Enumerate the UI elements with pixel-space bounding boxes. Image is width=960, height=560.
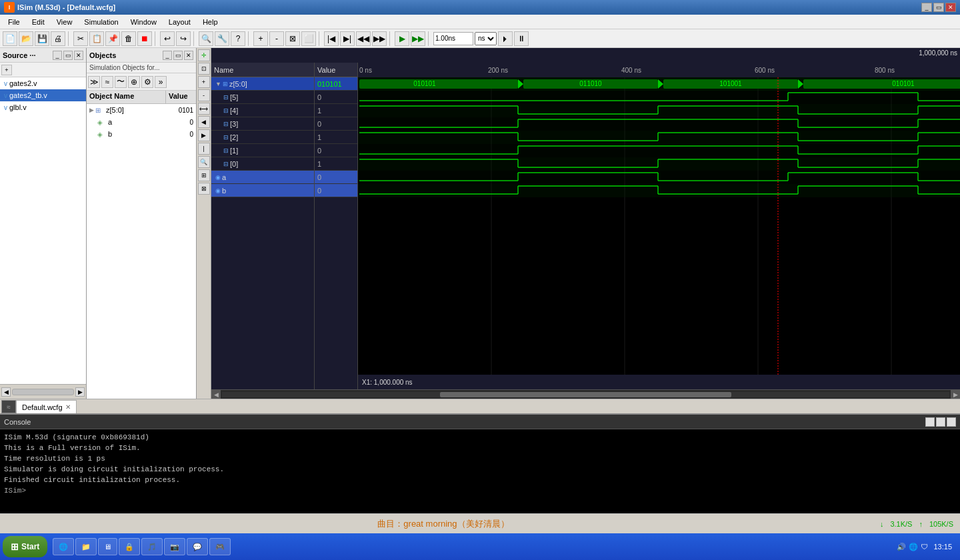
obj-more-button[interactable]: » — [155, 76, 167, 88]
taskbar-item-3[interactable]: 🖥 — [98, 538, 117, 555]
obj-panel-close[interactable]: ✕ — [184, 51, 193, 60]
redo-button[interactable]: ↪ — [176, 31, 191, 46]
paste-button[interactable]: 📌 — [105, 31, 120, 46]
taskbar-item-2[interactable]: 📁 — [75, 538, 97, 555]
zoom-full-button[interactable]: ⊠ — [285, 31, 300, 46]
source-item-gates2[interactable]: v gates2.v — [0, 77, 86, 89]
obj-item-b[interactable]: ◈ b 0 — [87, 128, 196, 140]
wave-canvas[interactable]: 0 ns 200 ns 400 ns 600 ns 800 ns — [358, 63, 960, 389]
menu-help[interactable]: Help — [197, 15, 223, 29]
time-unit-select[interactable]: ns ps us — [475, 32, 497, 45]
source-panel-minimize[interactable]: _ — [53, 51, 62, 60]
menu-simulation[interactable]: Simulation — [79, 15, 123, 29]
tray-icon-3[interactable]: 🛡 — [921, 543, 928, 551]
zoom-in-button[interactable]: + — [253, 31, 268, 46]
prev-edge-button[interactable]: ◀ — [198, 116, 210, 128]
menu-file[interactable]: File — [3, 15, 25, 29]
zoom-region-button[interactable]: ⊡ — [198, 63, 210, 75]
zoom-in-btn[interactable]: + — [198, 76, 210, 88]
obj-item-a[interactable]: ◈ a 0 — [87, 116, 196, 128]
wave-hscroll[interactable]: ◀ ▶ — [211, 389, 960, 399]
obj-add-wave-button[interactable]: ≫ — [88, 76, 100, 88]
source-panel-restore[interactable]: ▭ — [63, 51, 73, 60]
sim-run-button[interactable]: ⏵ — [498, 31, 513, 46]
undo-button[interactable]: ↩ — [160, 31, 175, 46]
tab-close-wcfg[interactable]: ✕ — [65, 403, 71, 411]
obj-item-z[interactable]: ▶ ⊞ z[5:0] 0101 — [87, 104, 196, 116]
zoom-out-button[interactable]: - — [269, 31, 284, 46]
measure-button[interactable]: ⟷ — [198, 103, 210, 115]
taskbar-item-1[interactable]: 🌐 — [53, 538, 74, 555]
obj-signal-button[interactable]: 〜 — [115, 76, 127, 88]
close-button[interactable]: ✕ — [945, 3, 956, 12]
wave-row-a[interactable]: ◉ a — [211, 171, 314, 184]
wave-scroll-right[interactable]: ▶ — [951, 390, 960, 399]
wave-scrollbar-thumb[interactable] — [440, 392, 731, 397]
tray-icon-1[interactable]: 🔊 — [897, 543, 906, 551]
save-button[interactable]: 💾 — [35, 31, 49, 46]
menu-layout[interactable]: Layout — [163, 15, 196, 29]
search-button[interactable]: 🔧 — [215, 31, 229, 46]
minimize-button[interactable]: _ — [921, 3, 932, 12]
new-button[interactable]: 📄 — [3, 31, 17, 46]
obj-settings-button[interactable]: ⚙ — [141, 76, 153, 88]
source-scrollbar[interactable] — [12, 389, 74, 395]
obj-panel-restore[interactable]: ▭ — [173, 51, 183, 60]
restore-button[interactable]: ▭ — [933, 3, 944, 12]
sim-time-input[interactable]: 1.00ns — [433, 32, 473, 45]
stop-button[interactable]: ⏹ — [137, 31, 152, 46]
taskbar-item-5[interactable]: 🎵 — [141, 538, 163, 555]
taskbar-item-8[interactable]: 🎮 — [209, 538, 231, 555]
run-all-button[interactable]: ▶▶ — [411, 31, 425, 46]
source-scroll-right[interactable]: ▶ — [75, 387, 85, 397]
zoom-out-btn[interactable]: - — [198, 89, 210, 101]
wave-row-1[interactable]: ⊟ [1] — [211, 144, 314, 157]
menu-edit[interactable]: Edit — [27, 15, 50, 29]
wave-scroll-left[interactable]: ◀ — [211, 390, 221, 399]
wave-row-4[interactable]: ⊟ [4] — [211, 104, 314, 117]
obj-panel-minimize[interactable]: _ — [163, 51, 172, 60]
source-add-button[interactable]: + — [1, 65, 12, 75]
wave-icon-tab[interactable]: ≈ — [1, 400, 16, 413]
wave-row-b[interactable]: ◉ b — [211, 184, 314, 197]
next-edge-button[interactable]: ▶ — [198, 129, 210, 141]
menu-window[interactable]: Window — [125, 15, 162, 29]
zoom-selection-button[interactable]: ⬜ — [301, 31, 316, 46]
console-minimize[interactable]: _ — [925, 417, 935, 427]
obj-add-bus-button[interactable]: ≈ — [101, 76, 113, 88]
wave-row-0[interactable]: ⊟ [0] — [211, 157, 314, 171]
taskbar-item-6[interactable]: 📷 — [164, 538, 185, 555]
wave-expand-z[interactable]: ▼ — [215, 81, 221, 87]
console-close[interactable]: ✕ — [947, 417, 956, 427]
source-item-gates2-tb[interactable]: v gates2_tb.v — [0, 89, 86, 101]
cursor-button[interactable]: ✛ — [198, 49, 210, 61]
wave-row-5[interactable]: ⊟ [5] — [211, 91, 314, 104]
obj-scope-button[interactable]: ⊕ — [128, 76, 140, 88]
sim-stop-button[interactable]: ⏸ — [514, 31, 529, 46]
search-wave-button[interactable]: 🔍 — [198, 156, 210, 168]
go-to-start-button[interactable]: |◀ — [324, 31, 339, 46]
marker-button[interactable]: | — [198, 143, 210, 155]
print-button[interactable]: 🖨 — [51, 31, 65, 46]
source-panel-close[interactable]: ✕ — [74, 51, 83, 60]
taskbar-item-4[interactable]: 🔒 — [119, 538, 140, 555]
tab-default-wcfg[interactable]: Default.wcfg ✕ — [16, 400, 77, 413]
grid-button[interactable]: ⊞ — [198, 169, 210, 181]
obj-expand-z[interactable]: ▶ — [89, 107, 94, 113]
copy-button[interactable]: 📋 — [89, 31, 104, 46]
next-event-button[interactable]: ▶▶ — [372, 31, 387, 46]
go-to-end-button[interactable]: ▶| — [340, 31, 355, 46]
help-button[interactable]: ? — [231, 31, 245, 46]
open-button[interactable]: 📂 — [19, 31, 33, 46]
find-button[interactable]: 🔍 — [199, 31, 213, 46]
fit-button[interactable]: ⊠ — [198, 183, 210, 195]
source-item-glbl[interactable]: v glbl.v — [0, 101, 86, 113]
wave-scrollbar-track[interactable] — [222, 392, 949, 397]
prev-event-button[interactable]: ◀◀ — [356, 31, 371, 46]
taskbar-item-7[interactable]: 💬 — [187, 538, 208, 555]
cut-button[interactable]: ✂ — [73, 31, 88, 46]
wave-row-3[interactable]: ⊟ [3] — [211, 117, 314, 131]
wave-row-z[interactable]: ▼ ⊞ z[5:0] — [211, 77, 314, 91]
wave-row-2[interactable]: ⊟ [2] — [211, 131, 314, 144]
delete-button[interactable]: 🗑 — [121, 31, 136, 46]
